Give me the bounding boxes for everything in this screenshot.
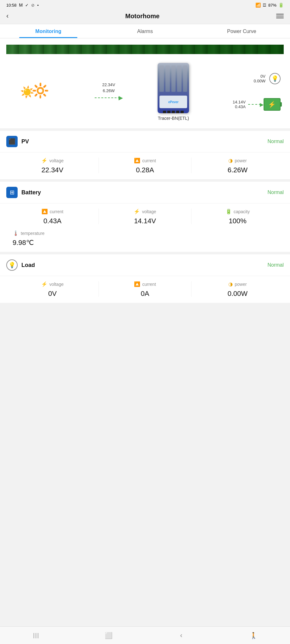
nav-back[interactable]: ‹ [172,629,191,642]
controller-area: ePever Tracer-BN(ETL) [158,63,189,121]
power-icon-pv: ◑ [228,158,233,164]
battery-temp-label-row: 🌡️ temperature [13,230,44,236]
tab-bar: Monitoring Alarms Power Curve [0,24,290,38]
load-current-label: current [142,282,156,287]
load-section: 0V 0.00W 💡 [224,73,281,84]
battery-status: Normal [267,190,284,195]
battery-arrow-head: ▶ [260,102,264,108]
current-icon-bat: 🔼 [42,208,48,214]
tab-alarms[interactable]: Alarms [97,24,193,38]
solar-panel-icon: 🔆 [32,82,49,99]
pv-divider [0,152,290,153]
tab-power-curve[interactable]: Power Curve [193,24,290,38]
back-button[interactable]: ‹ [6,12,8,20]
header: ‹ Motorhome [0,9,290,24]
controller-image: ePever [158,63,189,113]
nav-square[interactable]: ⬜ [99,629,118,642]
pv-voltage-label-row: ⚡ voltage [41,158,64,164]
fin-4 [177,65,181,92]
port-5 [181,111,184,113]
battery-current-diag: 0.43A [233,104,246,109]
signal-icon: ☲ [263,3,266,8]
battery-voltage-label-row: ⚡ voltage [134,208,156,214]
fin-1 [159,65,164,92]
diagram-container: ☀️ 🔆 22.34V 6.26W ▶ [6,60,284,123]
solar-voltage-label: 22.34V [102,82,115,87]
dot-icon: ● [37,4,39,7]
pv-current-label: current [142,158,156,163]
thermometer-icon: 🌡️ [13,230,19,236]
menu-line-2 [276,16,284,16]
load-current-label-row: 🔼 current [134,281,156,287]
bottom-spacer [0,305,290,327]
load-status: Normal [267,262,284,268]
battery-voltage-value: 14.14V [134,217,156,225]
battery-divider [0,203,290,203]
load-power-metric: ◑ power 0.00W [192,281,284,298]
pv-power-value: 6.26W [228,166,248,174]
battery-metrics-row1: 🔼 current 0.43A ⚡ voltage 14.14V 🔋 capac… [6,208,284,225]
battery-capacity-metric: 🔋 capacity 100% [192,208,284,225]
pv-status: Normal [267,139,284,144]
menu-line-3 [276,18,284,18]
pv-title: PV [21,138,29,145]
battery-line [248,104,261,105]
port-3 [172,111,175,113]
battery-temp-label: temperature [21,231,44,236]
status-bar: 10:58 M ✓ ⊘ ● 📶 ☲ 87% 🔋 [0,0,290,9]
load-icon-circle: 💡 [6,259,18,271]
battery-card-icon: ⊞ [6,187,18,198]
load-bulb-icon: 💡 [269,73,281,84]
battery-current-value: 0.43A [43,217,62,225]
controller-body: ePever [159,96,187,108]
nav-back-icon: ‹ [180,631,182,640]
current-icon-load: 🔼 [134,281,140,287]
controller-brand: ePever [168,100,179,104]
battery-arrow-wrap: ▶ ⚡ [248,98,281,111]
load-title-left: 💡 Load [6,259,35,271]
battery-current-label: current [50,209,64,214]
battery-capacity-label: capacity [234,209,250,214]
pv-current-metric: 🔼 current 0.28A [99,158,191,174]
load-voltage-diag: 0V [254,74,265,79]
pv-card: ⬛ PV Normal ⚡ voltage 22.34V 🔼 current 0… [0,131,290,179]
snooze-icon: ⊘ [31,3,35,8]
battery-section: 14.14V 0.43A ▶ ⚡ [224,98,281,111]
load-power-label-row: ◑ power [228,281,247,287]
battery-voltage-metric: ⚡ voltage 14.14V [99,208,191,225]
load-metrics: ⚡ voltage 0V 🔼 current 0A ◑ power 0.00W [6,281,284,298]
battery-card: ⊞ Battery Normal 🔼 current 0.43A ⚡ volta… [0,182,290,252]
nav-person[interactable]: 🚶 [244,629,263,642]
nav-home-icon: ||| [33,632,39,639]
nav-square-icon: ⬜ [105,632,113,639]
menu-button[interactable] [276,14,284,18]
battery-voltage-label: voltage [142,209,156,214]
load-title: Load [21,262,35,269]
load-power-value: 0.00W [228,290,248,298]
tab-monitoring[interactable]: Monitoring [0,24,97,38]
pv-power-metric: ◑ power 6.26W [192,158,284,174]
page-title: Motorhome [125,13,159,20]
bottom-nav: ||| ⬜ ‹ 🚶 [0,626,290,644]
power-icon-load: ◑ [228,281,233,287]
photo-strip [6,45,284,54]
battery-image: ⚡ [264,98,281,111]
battery-title-left: ⊞ Battery [6,187,41,198]
wifi-icon: 📶 [255,3,261,8]
load-card: 💡 Load Normal ⚡ voltage 0V 🔼 current 0A … [0,254,290,303]
nav-home[interactable]: ||| [27,629,46,642]
gmail-icon: M [19,3,23,8]
status-left: 10:58 M ✓ ⊘ ● [6,3,39,8]
battery-temp-value: 9.98℃ [13,239,34,247]
status-right: 📶 ☲ 87% 🔋 [255,3,284,8]
load-voltage-value: 0V [48,290,57,298]
pv-current-label-row: 🔼 current [134,158,156,164]
lightning-icon-bat-v: ⚡ [134,208,140,214]
pv-title-left: ⬛ PV [6,136,29,147]
pv-power-label: power [235,158,247,163]
port-4 [176,111,179,113]
pv-voltage-value: 22.34V [42,166,64,174]
solar-dashed-arrow: ▶ [95,94,123,101]
battery-temp-metric: 🌡️ temperature 9.98℃ [6,230,284,247]
battery-current-label-row: 🔼 current [42,208,64,214]
